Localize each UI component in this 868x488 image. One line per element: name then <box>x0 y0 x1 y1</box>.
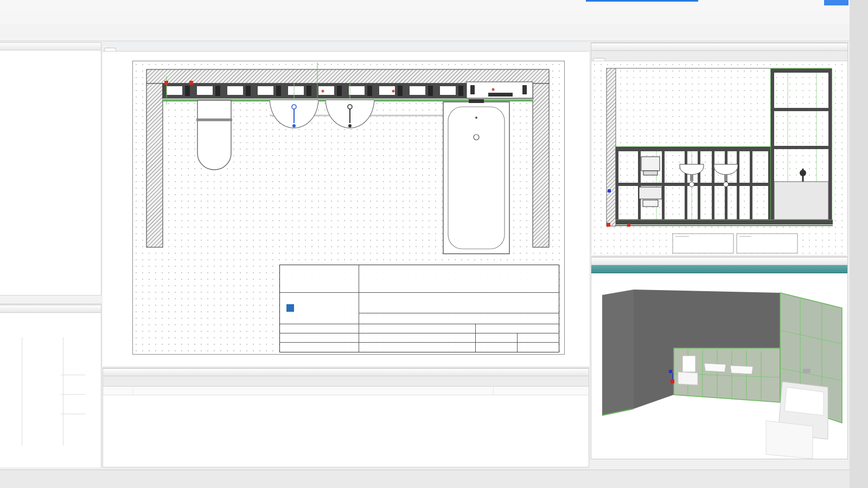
fixture-palette-grid <box>0 50 101 56</box>
messages-tab-bar <box>103 376 589 387</box>
palette-toolbar <box>0 295 101 304</box>
messages-panel-header <box>103 368 589 376</box>
elevation-panel <box>591 42 848 255</box>
sections-navigator-panel <box>0 305 101 467</box>
palette-panel-header <box>0 42 101 50</box>
viewer3d-canvas[interactable] <box>591 273 847 459</box>
elevation-canvas[interactable] <box>591 61 847 255</box>
washbasin-symbol <box>326 100 374 128</box>
messages-column-header <box>103 387 589 395</box>
guide-line <box>61 414 85 414</box>
guide-line <box>22 337 22 446</box>
geberit-logo <box>286 304 296 312</box>
viewer3d-panel <box>591 256 848 459</box>
guide-line <box>61 394 85 395</box>
messages-column-meldung[interactable] <box>133 390 493 391</box>
toolbar <box>0 24 850 41</box>
messages-column-anweisung[interactable] <box>493 387 589 395</box>
menu-bar <box>0 10 850 24</box>
document-tab-bar <box>103 42 589 52</box>
right-tab-bar <box>591 459 848 468</box>
main-window <box>0 0 850 488</box>
washbasin-symbol <box>270 100 318 128</box>
title-block <box>279 265 559 352</box>
guide-line <box>63 337 63 446</box>
messages-icon-column <box>103 387 133 395</box>
background-window-artifact <box>586 0 698 2</box>
plan-canvas[interactable] <box>103 52 589 366</box>
elevation-panel-header <box>591 43 847 51</box>
wc-symbol <box>196 100 232 170</box>
guide-line <box>61 375 85 375</box>
sections-panel-header <box>0 305 101 313</box>
tab-detailplanung-3d[interactable] <box>104 48 116 51</box>
viewer3d-panel-header <box>591 257 847 265</box>
messages-panel <box>103 368 589 467</box>
tab-aufriss-1[interactable] <box>593 58 605 61</box>
elevation-tab-bar <box>591 51 847 61</box>
viewer3d-toolbar[interactable] <box>591 265 847 273</box>
fixture-palette-panel <box>0 42 101 295</box>
bathtub-symbol <box>443 99 509 254</box>
status-bar <box>0 470 850 488</box>
drawing-page[interactable] <box>132 61 565 355</box>
application-window <box>0 0 868 488</box>
sections-diagram <box>0 313 101 451</box>
geberit-logo-square <box>286 304 294 312</box>
title-bar <box>0 0 850 10</box>
background-window-artifact <box>824 0 848 5</box>
